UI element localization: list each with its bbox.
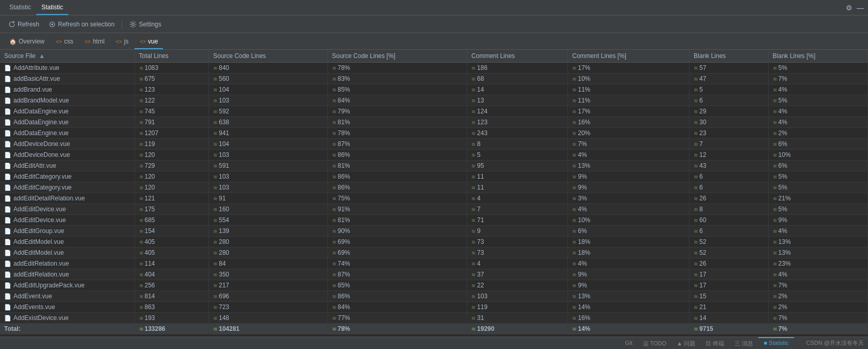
- tab-vue[interactable]: <> vue: [134, 35, 163, 49]
- num-icon: ≋: [572, 98, 576, 104]
- num-icon: ≋: [572, 109, 576, 114]
- table-row: 📄AddDataEngine.vue ≋791 ≋638 ≋81% ≋123 ≋…: [0, 117, 868, 128]
- tab-js[interactable]: <> js: [111, 35, 133, 49]
- num-icon: ≋: [213, 304, 217, 310]
- cell-src: ≋148: [208, 313, 327, 324]
- cell-blank: ≋23: [690, 128, 769, 139]
- num-icon: ≋: [213, 196, 217, 201]
- cell-total: ≋175: [134, 204, 208, 215]
- cell-comment: ≋4: [467, 193, 568, 204]
- num-icon: ≋: [694, 326, 698, 332]
- cell-blank-pct: ≋5%: [768, 182, 867, 193]
- col-header-comment-lines[interactable]: Comment Lines: [467, 50, 568, 63]
- col-header-blank-lines-pct[interactable]: Blank Lines [%]: [768, 50, 867, 63]
- col-header-source-file[interactable]: Source File ▲: [0, 50, 134, 63]
- status-tab-terminal[interactable]: 目 终端: [700, 337, 729, 349]
- num-icon: ≋: [471, 261, 475, 267]
- col-header-blank-lines[interactable]: Blank Lines: [690, 50, 769, 63]
- cell-blank: ≋6: [690, 95, 769, 106]
- num-icon: ≋: [773, 141, 777, 147]
- num-icon: ≋: [213, 163, 217, 169]
- cell-blank: ≋30: [690, 117, 769, 128]
- file-icon: 📄: [4, 304, 11, 310]
- window-tab-2[interactable]: Statistic: [36, 1, 68, 15]
- num-icon: ≋: [332, 304, 336, 310]
- col-header-source-code-lines-pct[interactable]: Source Code Lines [%]: [327, 50, 467, 63]
- num-icon: ≋: [694, 217, 698, 223]
- cell-file: 📄AddEditUpgradePack.vue: [0, 280, 134, 291]
- num-icon: ≋: [213, 239, 217, 245]
- cell-blank-pct: ≋5%: [768, 63, 867, 74]
- settings-icon[interactable]: ⚙: [846, 4, 852, 12]
- num-icon: ≋: [773, 185, 777, 191]
- status-tab-statistic[interactable]: ■ Statistic: [758, 337, 794, 349]
- status-tab-debug[interactable]: 三 消息: [729, 337, 758, 349]
- num-icon: ≋: [332, 87, 336, 93]
- cell-src-pct: ≋86%: [327, 150, 467, 161]
- settings-gear-icon: [129, 21, 137, 28]
- top-bar-icons: ⚙ —: [846, 4, 864, 12]
- cell-comment: ≋7: [467, 204, 568, 215]
- num-icon: ≋: [572, 174, 576, 180]
- num-icon: ≋: [139, 109, 143, 114]
- tab-html[interactable]: <> html: [80, 35, 110, 49]
- refresh-button[interactable]: Refresh: [4, 19, 43, 30]
- col-header-source-code-lines[interactable]: Source Code Lines: [208, 50, 327, 63]
- tab-vue-label: vue: [148, 38, 158, 45]
- cell-file: 📄addBrandModel.vue: [0, 95, 134, 106]
- cell-blank: ≋17: [690, 280, 769, 291]
- num-icon: ≋: [572, 272, 576, 278]
- cell-total: ≋1207: [134, 128, 208, 139]
- num-icon: ≋: [773, 130, 777, 136]
- num-icon: ≋: [471, 130, 475, 136]
- num-icon: ≋: [471, 76, 475, 82]
- cell-comment: ≋31: [467, 313, 568, 324]
- cell-comment: ≋103: [467, 291, 568, 302]
- col-header-comment-lines-pct[interactable]: Comment Lines [%]: [568, 50, 690, 63]
- num-icon: ≋: [694, 261, 698, 267]
- cell-blank: ≋14: [690, 313, 769, 324]
- num-icon: ≋: [471, 217, 475, 223]
- tab-overview[interactable]: 🏠 Overview: [4, 35, 50, 49]
- col-header-total-lines[interactable]: Total Lines: [134, 50, 208, 63]
- num-icon: ≋: [332, 228, 336, 234]
- table-row: 📄addEditRelation.vue ≋404 ≋350 ≋87% ≋37 …: [0, 269, 868, 280]
- num-icon: ≋: [332, 294, 336, 299]
- num-icon: ≋: [332, 98, 336, 104]
- num-icon: ≋: [213, 109, 217, 114]
- cell-src-pct: ≋75%: [327, 193, 467, 204]
- num-icon: ≋: [572, 120, 576, 125]
- cell-total: ≋154: [134, 226, 208, 237]
- file-icon: 📄: [4, 119, 11, 125]
- refresh-on-selection-button[interactable]: Refresh on selection: [44, 19, 118, 30]
- num-icon: ≋: [572, 87, 576, 93]
- table-container[interactable]: Source File ▲ Total Lines Source Code Li…: [0, 50, 868, 337]
- num-icon: ≋: [773, 228, 777, 234]
- file-icon: 📄: [4, 260, 11, 267]
- num-icon: ≋: [213, 87, 217, 93]
- cell-comment: ≋14: [467, 84, 568, 95]
- num-icon: ≋: [139, 304, 143, 310]
- cell-comment-pct: ≋11%: [568, 84, 690, 95]
- minimize-icon[interactable]: —: [857, 4, 864, 12]
- status-tab-todo[interactable]: 运 TODO: [638, 337, 672, 349]
- cell-blank: ≋17: [690, 269, 769, 280]
- settings-button[interactable]: Settings: [125, 19, 165, 30]
- num-icon: ≋: [139, 87, 143, 93]
- file-icon: 📄: [4, 206, 11, 212]
- cell-blank: ≋47: [690, 74, 769, 84]
- num-icon: ≋: [471, 120, 475, 125]
- cell-blank: ≋7: [690, 139, 769, 150]
- status-tab-git[interactable]: Git: [620, 337, 638, 349]
- window-tab-1[interactable]: Statistic: [4, 1, 36, 15]
- tab-css[interactable]: <> css: [51, 35, 79, 49]
- num-icon: ≋: [213, 294, 217, 299]
- cell-comment-pct: ≋7%: [568, 139, 690, 150]
- num-icon: ≋: [572, 217, 576, 223]
- status-tab-problems[interactable]: ▲ 问题: [671, 337, 700, 349]
- num-icon: ≋: [471, 152, 475, 158]
- table-row: 📄AddEditGroup.vue ≋154 ≋139 ≋90% ≋9 ≋6% …: [0, 226, 868, 237]
- table-row: 📄AddEditAttr.vue ≋729 ≋591 ≋81% ≋95 ≋13%…: [0, 161, 868, 171]
- refresh-selection-label: Refresh on selection: [58, 21, 114, 28]
- cell-comment-pct: ≋20%: [568, 128, 690, 139]
